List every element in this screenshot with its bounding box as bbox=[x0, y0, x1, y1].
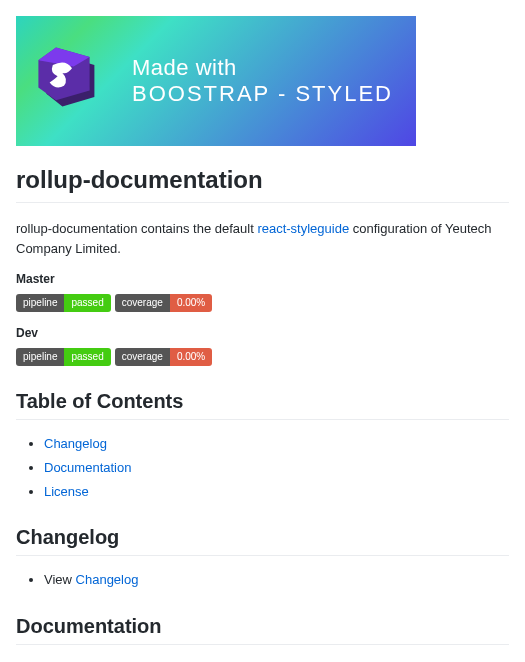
bootstrap-styled-logo bbox=[32, 41, 112, 121]
coverage-badge-dev[interactable]: coverage 0.00% bbox=[115, 348, 213, 366]
react-styleguide-link[interactable]: react-styleguide bbox=[257, 221, 349, 236]
banner-image: Made with BOOSTRAP - STYLED bbox=[16, 16, 416, 146]
list-item: Documentation bbox=[44, 458, 509, 479]
intro-paragraph: rollup-documentation contains the defaul… bbox=[16, 219, 509, 258]
pipeline-label: pipeline bbox=[16, 348, 64, 366]
page-title: rollup-documentation bbox=[16, 166, 509, 203]
toc-link-documentation[interactable]: Documentation bbox=[44, 460, 131, 475]
pipeline-label: pipeline bbox=[16, 294, 64, 312]
pipeline-badge-dev[interactable]: pipeline passed bbox=[16, 348, 111, 366]
list-item: License bbox=[44, 482, 509, 503]
badge-row-dev: pipeline passed coverage 0.00% bbox=[16, 348, 509, 366]
badge-row-master: pipeline passed coverage 0.00% bbox=[16, 294, 509, 312]
banner-line1: Made with bbox=[132, 55, 393, 81]
pipeline-badge-master[interactable]: pipeline passed bbox=[16, 294, 111, 312]
list-item: View Changelog bbox=[44, 570, 509, 591]
toc-list: Changelog Documentation License bbox=[16, 434, 509, 502]
toc-link-changelog[interactable]: Changelog bbox=[44, 436, 107, 451]
coverage-badge-master[interactable]: coverage 0.00% bbox=[115, 294, 213, 312]
banner-line2: BOOSTRAP - STYLED bbox=[132, 81, 393, 107]
coverage-value: 0.00% bbox=[170, 348, 212, 366]
pipeline-value: passed bbox=[64, 294, 110, 312]
coverage-label: coverage bbox=[115, 294, 170, 312]
changelog-heading: Changelog bbox=[16, 526, 509, 556]
intro-pre: rollup-documentation contains the defaul… bbox=[16, 221, 257, 236]
coverage-label: coverage bbox=[115, 348, 170, 366]
branch-label-master: Master bbox=[16, 272, 509, 286]
pipeline-value: passed bbox=[64, 348, 110, 366]
branch-label-dev: Dev bbox=[16, 326, 509, 340]
changelog-link[interactable]: Changelog bbox=[76, 572, 139, 587]
coverage-value: 0.00% bbox=[170, 294, 212, 312]
changelog-pre: View bbox=[44, 572, 76, 587]
list-item: Changelog bbox=[44, 434, 509, 455]
banner-text: Made with BOOSTRAP - STYLED bbox=[132, 55, 393, 107]
changelog-list: View Changelog bbox=[16, 570, 509, 591]
toc-heading: Table of Contents bbox=[16, 390, 509, 420]
toc-link-license[interactable]: License bbox=[44, 484, 89, 499]
documentation-heading: Documentation bbox=[16, 615, 509, 645]
